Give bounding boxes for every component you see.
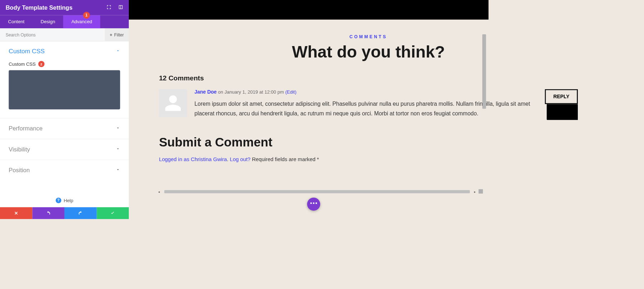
- section-custom-css-toggle[interactable]: Custom CSS: [0, 41, 129, 59]
- field-label-custom-css: Custom CSS: [9, 61, 35, 67]
- edit-link[interactable]: (Edit): [285, 89, 296, 95]
- custom-css-textarea[interactable]: [9, 70, 120, 110]
- tab-content[interactable]: Content: [0, 15, 33, 29]
- badge-2: 2: [38, 61, 44, 67]
- chevron-down-icon: [116, 146, 120, 152]
- panel-layout-icon[interactable]: [118, 5, 123, 11]
- undo-button[interactable]: [32, 207, 64, 219]
- ellipsis-icon: •••: [310, 200, 318, 206]
- tab-design[interactable]: Design: [33, 15, 63, 29]
- comment-date: January 1, 2019 at 12:00 pm: [224, 89, 284, 95]
- settings-sidebar: Body Template Settings Content Design Ad…: [0, 0, 129, 219]
- panel-title: Body Template Settings: [6, 4, 107, 11]
- submit-meta: Logged in as Christina Gwira. Log out? R…: [159, 156, 578, 163]
- submit-heading: Submit a Comment: [159, 135, 578, 149]
- section-performance-toggle[interactable]: Performance: [0, 118, 129, 139]
- comment-item: Jane Doe on January 1, 2019 at 12:00 pm …: [159, 89, 578, 118]
- badge-1: 1: [83, 12, 90, 19]
- logout-link[interactable]: Log out?: [230, 156, 250, 163]
- chevron-up-icon: [116, 48, 120, 54]
- section-title-position: Position: [9, 167, 30, 174]
- chevron-down-icon: [116, 168, 120, 173]
- tab-advanced[interactable]: Advanced: [63, 15, 100, 29]
- required-note: Required fields are marked *: [250, 156, 319, 163]
- main-heading: What do you think?: [159, 42, 578, 61]
- comment-author[interactable]: Jane Doe: [195, 89, 217, 95]
- eyebrow: COMMENTS: [159, 34, 578, 39]
- section-position-toggle[interactable]: Position: [0, 160, 129, 180]
- settings-tabs: Content Design Advanced 1: [0, 15, 129, 29]
- search-row: +Filter: [0, 28, 129, 41]
- section-title-visibility: Visibility: [9, 146, 30, 153]
- section-title-custom-css: Custom CSS: [9, 48, 45, 55]
- reply-button[interactable]: REPLY: [545, 89, 578, 104]
- settings-header: Body Template Settings: [0, 0, 129, 15]
- builder-fab[interactable]: •••: [307, 198, 320, 211]
- scroll-left-icon[interactable]: ◂: [158, 190, 162, 193]
- avatar: [159, 89, 187, 117]
- chevron-down-icon: [116, 126, 120, 131]
- comment-count: 12 Comments: [159, 74, 578, 83]
- save-button[interactable]: [97, 207, 129, 219]
- redo-button[interactable]: [64, 207, 97, 219]
- help-button[interactable]: ? Help: [0, 194, 129, 207]
- filter-label: Filter: [114, 32, 124, 37]
- cancel-button[interactable]: [0, 207, 32, 219]
- horizontal-scrollbar[interactable]: ◂ ▸: [160, 190, 482, 193]
- help-icon: ?: [55, 198, 61, 203]
- scroll-right-icon[interactable]: ▸: [474, 190, 478, 193]
- preview-pane: COMMENTS What do you think? 12 Comments …: [129, 0, 488, 219]
- section-title-performance: Performance: [9, 125, 43, 132]
- search-input[interactable]: [0, 32, 105, 37]
- expand-icon[interactable]: [106, 5, 111, 11]
- section-visibility-toggle[interactable]: Visibility: [0, 139, 129, 160]
- comment-text: Lorem ipsum dolor sit amet, consectetur …: [195, 99, 531, 118]
- filter-button[interactable]: +Filter: [105, 28, 129, 41]
- preview-topbar: [129, 0, 488, 20]
- help-label: Help: [64, 198, 73, 203]
- logged-in-link[interactable]: Logged in as Christina Gwira: [159, 156, 227, 163]
- vertical-scrollbar[interactable]: [482, 34, 486, 186]
